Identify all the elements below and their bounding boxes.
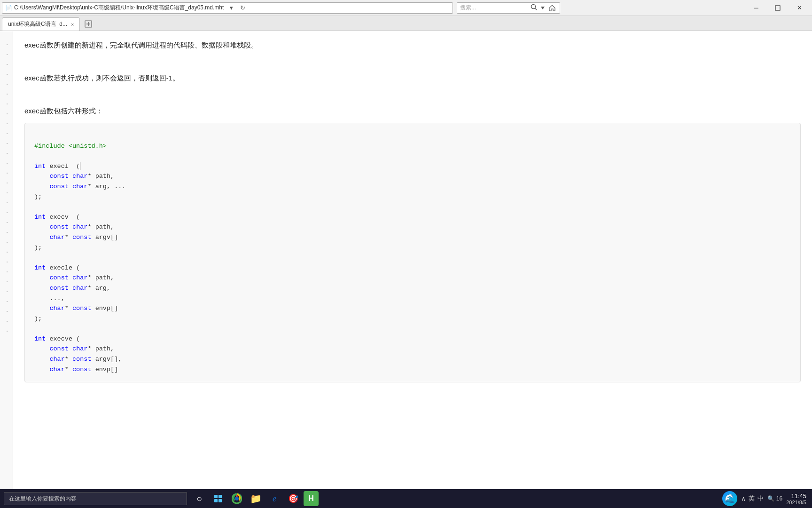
tab-label: unix环境高级C语言_d... xyxy=(8,20,67,28)
code-type-19: const xyxy=(72,356,92,363)
maximize-btn[interactable] xyxy=(767,0,789,16)
taskbar-ie-btn[interactable]: e xyxy=(266,490,283,507)
svg-rect-9 xyxy=(214,499,218,502)
code-type-17: char xyxy=(72,345,87,352)
address-text: C:\Users\WangMi\Desktop\unix-C高级编程\Unix-… xyxy=(14,4,224,12)
svg-marker-2 xyxy=(541,7,545,9)
line-num: . xyxy=(4,295,9,305)
code-type-14: char xyxy=(49,305,64,312)
code-type-13: char xyxy=(72,285,87,292)
taskbar-right: 🌊 ∧ 英 中 🔍 16 11:45 2021/8/5 xyxy=(722,491,812,506)
svg-rect-3 xyxy=(775,6,780,10)
line-num: . xyxy=(4,48,9,58)
svg-line-1 xyxy=(535,8,537,10)
taskbar-app4-btn[interactable]: 🎯 xyxy=(285,490,302,507)
line-num: . xyxy=(4,266,9,276)
code-type-15: const xyxy=(72,305,92,312)
code-type-18: char xyxy=(49,356,64,363)
text-line-2 xyxy=(24,55,801,68)
search-bar[interactable]: 搜索... xyxy=(457,2,560,14)
code-type-16: const xyxy=(49,345,69,352)
title-bar: 📄 C:\Users\WangMi\Desktop\unix-C高级编程\Uni… xyxy=(0,0,812,16)
search-placeholder: 搜索... xyxy=(460,4,531,12)
line-num: . xyxy=(4,147,9,157)
system-tray-expand-btn[interactable]: ∧ xyxy=(741,495,746,502)
taskbar: 在这里输入你要搜索的内容 ○ 📁 e 🎯 xyxy=(0,489,812,508)
line-num: . xyxy=(4,286,9,295)
line-num: . xyxy=(4,305,9,315)
taskbar-app5-btn[interactable]: H xyxy=(304,491,319,506)
tab-bar: unix环境高级C语言_d... × xyxy=(0,16,812,31)
content-area: . . . . . . . . . . . . . . . . . . . . … xyxy=(0,31,812,489)
line-num: . xyxy=(4,206,9,216)
code-type-6: const xyxy=(49,223,69,230)
main-content[interactable]: exec函数所创建的新进程，完全取代调用进程的代码段、数据段和堆栈段。 exec… xyxy=(13,31,812,489)
code-type-10: const xyxy=(49,274,69,281)
line-num: . xyxy=(4,236,9,246)
new-tab-btn[interactable] xyxy=(82,17,95,31)
title-bar-controls: ─ ✕ xyxy=(745,0,810,16)
code-type-21: const xyxy=(72,366,92,373)
taskbar-lang[interactable]: 英 xyxy=(749,494,755,503)
home-btn[interactable] xyxy=(547,5,557,11)
code-block: #include <unistd.h> int execl ( const ch… xyxy=(24,123,801,382)
svg-rect-10 xyxy=(219,499,222,502)
line-num: . xyxy=(4,118,9,127)
svg-rect-7 xyxy=(214,495,218,498)
address-refresh-btn[interactable]: ↻ xyxy=(237,2,248,14)
taskbar-time: 11:45 xyxy=(786,492,806,500)
active-tab[interactable]: unix环境高级C语言_d... × xyxy=(2,17,80,31)
code-type-11: char xyxy=(72,274,87,281)
code-type-7: char xyxy=(72,223,87,230)
taskbar-chrome-btn[interactable] xyxy=(228,490,245,507)
taskbar-icons: ○ 📁 e 🎯 H xyxy=(191,490,319,507)
search-options-btn[interactable] xyxy=(538,6,547,10)
taskbar-search[interactable]: 在这里输入你要搜索的内容 xyxy=(4,492,187,505)
line-num: . xyxy=(4,325,9,335)
address-dropdown-btn[interactable]: ▾ xyxy=(226,2,237,14)
address-bar[interactable]: 📄 C:\Users\WangMi\Desktop\unix-C高级编程\Uni… xyxy=(2,2,453,14)
line-num: . xyxy=(4,216,9,226)
taskbar-input-mode[interactable]: 中 xyxy=(757,494,764,503)
code-type-2: const xyxy=(49,173,69,180)
code-keyword-1: int xyxy=(34,163,46,170)
text-line-1: exec函数所创建的新进程，完全取代调用进程的代码段、数据段和堆栈段。 xyxy=(24,39,801,51)
code-type-9: const xyxy=(72,234,92,241)
text-line-3: exec函数若执行成功，则不会返回，否则返回-1。 xyxy=(24,71,801,84)
taskbar-clock[interactable]: 11:45 2021/8/5 xyxy=(786,492,806,505)
zoom-icon: 🔍 xyxy=(767,495,774,502)
taskbar-taskview-btn[interactable] xyxy=(210,490,226,507)
code-type-20: char xyxy=(49,366,64,373)
line-num: . xyxy=(4,226,9,236)
zoom-info: 🔍 16 xyxy=(767,495,782,502)
line-num: . xyxy=(4,88,9,98)
line-numbers: . . . . . . . . . . . . . . . . . . . . … xyxy=(0,31,13,489)
address-bar-icon: 📄 xyxy=(5,5,12,11)
line-num: . xyxy=(4,276,9,286)
taskbar-fileexplorer-btn[interactable]: 📁 xyxy=(247,490,264,507)
taskbar-search-text: 在这里输入你要搜索的内容 xyxy=(9,495,77,503)
taskbar-avatar[interactable]: 🌊 xyxy=(722,491,737,506)
address-bar-actions: ▾ ↻ xyxy=(226,2,248,14)
search-icon[interactable] xyxy=(531,4,537,12)
close-btn[interactable]: ✕ xyxy=(789,0,810,16)
minimize-btn[interactable]: ─ xyxy=(745,0,767,16)
code-keyword-4: int xyxy=(34,335,46,342)
cursor xyxy=(80,162,80,170)
line-num: . xyxy=(4,187,9,197)
code-keyword-2: int xyxy=(34,214,46,221)
line-num: . xyxy=(4,167,9,177)
taskbar-date: 2021/8/5 xyxy=(786,500,806,505)
line-num: . xyxy=(4,39,9,48)
text-line-5: exec函数包括六种形式： xyxy=(24,104,801,117)
code-type-8: char xyxy=(49,234,64,241)
line-num: . xyxy=(4,78,9,88)
taskbar-search-btn[interactable]: ○ xyxy=(191,490,208,507)
line-num: . xyxy=(4,256,9,266)
code-keyword-3: int xyxy=(34,264,46,271)
tab-close-btn[interactable]: × xyxy=(71,22,74,27)
code-type-4: const xyxy=(49,183,69,190)
code-type-12: const xyxy=(49,285,69,292)
line-num: . xyxy=(4,108,9,118)
line-num: . xyxy=(4,137,9,147)
